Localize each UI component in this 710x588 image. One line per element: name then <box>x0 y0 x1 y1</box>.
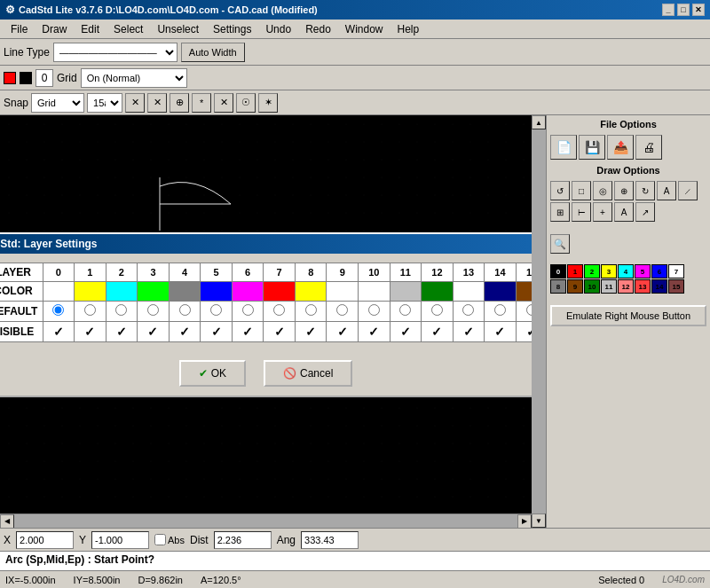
layer-color-4[interactable] <box>169 281 201 301</box>
layer-default-7[interactable] <box>264 301 296 321</box>
layer-default-5[interactable] <box>201 301 233 321</box>
menu-window[interactable]: Window <box>338 21 390 37</box>
menu-draw[interactable]: Draw <box>35 21 74 37</box>
layer-visible-4[interactable]: ✓ <box>169 321 201 341</box>
palette-cell-0-6[interactable]: 6 <box>651 264 667 278</box>
draw-tool-4[interactable]: ⊕ <box>614 181 634 200</box>
new-file-button[interactable]: 📄 <box>550 135 577 160</box>
layer-default-14[interactable] <box>485 301 517 321</box>
layer-default-radio-7[interactable] <box>273 304 285 316</box>
emulate-right-mouse-button[interactable]: Emulate Right Mouse Button <box>550 305 706 326</box>
layer-visible-12[interactable]: ✓ <box>422 321 454 341</box>
x-input[interactable]: 2.000 <box>16 531 74 549</box>
dist-input[interactable]: 2.236 <box>214 531 272 549</box>
snap-num-select[interactable]: 15a <box>87 93 122 113</box>
layer-default-radio-13[interactable] <box>462 304 474 316</box>
draw-tool-11[interactable]: A <box>614 202 634 222</box>
layer-visible-1[interactable]: ✓ <box>75 321 106 341</box>
draw-tool-12[interactable]: ↗ <box>635 202 655 222</box>
horizontal-scrollbar[interactable]: ◀ ▶ <box>0 514 532 528</box>
layer-color-11[interactable] <box>390 281 422 301</box>
menu-redo[interactable]: Redo <box>298 21 338 37</box>
layer-default-radio-4[interactable] <box>179 304 191 316</box>
layer-default-12[interactable] <box>422 301 454 321</box>
layer-default-radio-8[interactable] <box>305 304 317 316</box>
layer-default-radio-10[interactable] <box>368 304 380 316</box>
layer-default-radio-11[interactable] <box>399 304 411 316</box>
snap-tool1[interactable]: ✕ <box>125 93 145 113</box>
palette-cell-0-7[interactable]: 7 <box>668 264 684 278</box>
menu-file[interactable]: File <box>4 21 35 37</box>
menu-select[interactable]: Select <box>106 21 150 37</box>
layer-color-5[interactable] <box>201 281 233 301</box>
palette-cell-0-4[interactable]: 4 <box>618 264 634 278</box>
snap-select[interactable]: Grid <box>31 93 84 113</box>
draw-tool-7[interactable]: ⟋ <box>678 181 698 200</box>
layer-visible-15[interactable]: ✓ <box>516 321 532 341</box>
palette-cell-1-0[interactable]: 8 <box>550 279 566 294</box>
layer-default-radio-9[interactable] <box>336 304 348 316</box>
layer-default-10[interactable] <box>359 301 390 321</box>
layer-default-1[interactable] <box>75 301 106 321</box>
layer-default-radio-3[interactable] <box>147 304 159 316</box>
palette-cell-0-0[interactable]: 0 <box>550 264 566 278</box>
layer-visible-5[interactable]: ✓ <box>201 321 233 341</box>
layer-default-radio-14[interactable] <box>494 304 506 316</box>
snap-tool3[interactable]: ⊕ <box>170 93 189 113</box>
vscroll-track[interactable] <box>532 129 546 514</box>
layer-visible-14[interactable]: ✓ <box>485 321 517 341</box>
layer-visible-2[interactable]: ✓ <box>106 321 138 341</box>
layer-visible-6[interactable]: ✓ <box>232 321 264 341</box>
ok-button[interactable]: ✔ OK <box>179 360 246 387</box>
palette-cell-1-2[interactable]: 10 <box>584 279 600 294</box>
layer-default-radio-15[interactable] <box>526 304 532 316</box>
layer-color-8[interactable] <box>295 281 327 301</box>
layer-color-9[interactable] <box>327 281 359 301</box>
palette-cell-1-5[interactable]: 13 <box>635 279 651 294</box>
layer-default-2[interactable] <box>106 301 138 321</box>
layer-color-1[interactable] <box>75 281 106 301</box>
vscroll-down-button[interactable]: ▼ <box>532 514 546 528</box>
layer-default-radio-2[interactable] <box>115 304 127 316</box>
palette-cell-0-5[interactable]: 5 <box>635 264 651 278</box>
layer-default-6[interactable] <box>232 301 264 321</box>
palette-cell-1-7[interactable]: 15 <box>668 279 684 294</box>
cancel-button[interactable]: 🚫 Cancel <box>264 360 352 387</box>
draw-tool-8[interactable]: ⊞ <box>550 202 570 222</box>
layer-default-radio-5[interactable] <box>210 304 222 316</box>
layer-color-13[interactable] <box>453 281 485 301</box>
layer-visible-7[interactable]: ✓ <box>264 321 296 341</box>
menu-undo[interactable]: Undo <box>258 21 298 37</box>
linetype-select[interactable]: —————————— <box>53 43 178 62</box>
layer-visible-8[interactable]: ✓ <box>295 321 327 341</box>
layer-visible-11[interactable]: ✓ <box>390 321 422 341</box>
palette-cell-0-3[interactable]: 3 <box>601 264 617 278</box>
layer-default-4[interactable] <box>169 301 201 321</box>
hscroll-left-button[interactable]: ◀ <box>0 514 14 529</box>
layer-visible-0[interactable]: ✓ <box>43 321 75 341</box>
layer-color-2[interactable] <box>106 281 138 301</box>
draw-tool-10[interactable]: + <box>593 202 612 222</box>
menu-edit[interactable]: Edit <box>74 21 106 37</box>
layer-default-radio-1[interactable] <box>84 304 96 316</box>
hscroll-right-button[interactable]: ▶ <box>517 514 532 529</box>
snap-tool5[interactable]: ✕ <box>214 93 233 113</box>
canvas-area[interactable]: CadStd: Layer Settings ✕ LAYER0123456789… <box>0 115 532 514</box>
layer-default-11[interactable] <box>390 301 422 321</box>
print-button[interactable]: 🖨 <box>635 135 662 160</box>
layer-color-0[interactable] <box>43 281 75 301</box>
menu-help[interactable]: Help <box>390 21 427 37</box>
palette-cell-0-2[interactable]: 2 <box>584 264 600 278</box>
layer-color-15[interactable] <box>516 281 532 301</box>
draw-tool-2[interactable]: □ <box>572 181 591 200</box>
layer-default-15[interactable] <box>516 301 532 321</box>
layer-default-radio-0[interactable] <box>52 304 64 316</box>
layer-visible-3[interactable]: ✓ <box>138 321 170 341</box>
snap-tool7[interactable]: ✶ <box>258 93 278 113</box>
layer-default-radio-6[interactable] <box>242 304 254 316</box>
draw-tool-6[interactable]: A <box>657 181 676 200</box>
draw-tool-3[interactable]: ◎ <box>593 181 612 200</box>
menu-unselect[interactable]: Unselect <box>150 21 206 37</box>
layer-color-7[interactable] <box>264 281 296 301</box>
abs-checkbox[interactable] <box>154 534 166 545</box>
